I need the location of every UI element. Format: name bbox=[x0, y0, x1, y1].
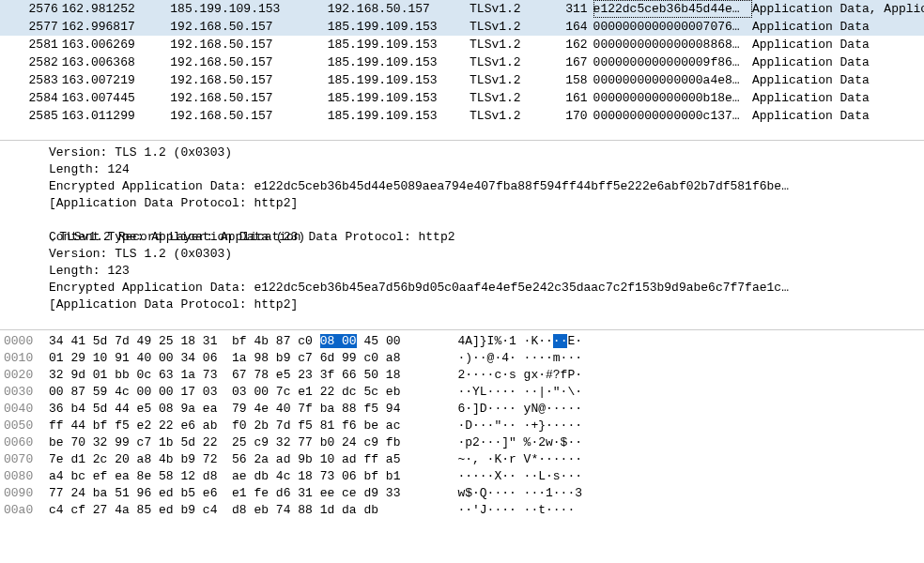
col-info-text: Application Data, Applic bbox=[752, 0, 924, 18]
col-no: 2584 bbox=[0, 89, 62, 107]
col-source: 192.168.50.157 bbox=[170, 36, 327, 53]
col-destination: 185.199.109.153 bbox=[328, 107, 470, 125]
hex-bytes: ff 44 bf f5 e2 22 e6 ab f0 2b 7d f5 81 f… bbox=[49, 418, 436, 434]
col-no: 2581 bbox=[0, 36, 62, 53]
hex-bytes: 34 41 5d 7d 49 25 18 31 bf 4b 87 c0 08 0… bbox=[49, 333, 436, 350]
hex-row[interactable]: 0080a4 bc ef ea 8e 58 12 d8 ae db 4c 18 … bbox=[0, 468, 924, 485]
col-info-text: Application Data bbox=[752, 18, 924, 36]
hex-offset: 0030 bbox=[0, 384, 49, 401]
hex-dump-pane[interactable]: 000034 41 5d 7d 49 25 18 31 bf 4b 87 c0 … bbox=[0, 330, 924, 563]
col-info-hash: 000000000000000b18e… bbox=[593, 89, 752, 107]
hex-ascii: w$·Q···· ···1···3 bbox=[436, 485, 624, 502]
hex-offset: 0060 bbox=[0, 434, 49, 451]
packet-row[interactable]: 2584163.007445192.168.50.157185.199.109.… bbox=[0, 89, 924, 107]
hex-offset: 0090 bbox=[0, 485, 49, 502]
details-expander[interactable]: ⌄TLSv1.2 Record Layer: Application Data … bbox=[0, 212, 924, 229]
col-destination: 185.199.109.153 bbox=[328, 71, 470, 89]
col-length: 158 bbox=[547, 71, 593, 89]
col-protocol: TLSv1.2 bbox=[470, 89, 547, 107]
details-line[interactable]: Encrypted Application Data: e122dc5ceb36… bbox=[0, 178, 924, 195]
col-time: 162.981252 bbox=[62, 0, 171, 18]
hex-bytes: 36 b4 5d 44 e5 08 9a ea 79 4e 40 7f ba 8… bbox=[49, 401, 436, 418]
packet-list-scroll[interactable]: 2576162.981252185.199.109.153192.168.50.… bbox=[0, 0, 924, 141]
col-info-hash: 0000000000000009f86… bbox=[593, 53, 752, 71]
details-line[interactable]: Length: 124 bbox=[0, 161, 924, 178]
col-info-text: Application Data bbox=[752, 53, 924, 71]
col-no: 2576 bbox=[0, 0, 62, 18]
hex-offset: 0020 bbox=[0, 367, 49, 384]
col-time: 162.996817 bbox=[62, 18, 171, 36]
details-line[interactable]: Version: TLS 1.2 (0x0303) bbox=[0, 145, 924, 161]
hex-offset: 0000 bbox=[0, 333, 49, 350]
col-protocol: TLSv1.2 bbox=[470, 36, 547, 53]
details-line[interactable]: Length: 123 bbox=[0, 263, 924, 280]
col-source: 192.168.50.157 bbox=[170, 89, 327, 107]
hex-offset: 0010 bbox=[0, 350, 49, 367]
hex-bytes: c4 cf 27 4a 85 ed b9 c4 d8 eb 74 88 1d d… bbox=[49, 502, 436, 519]
hex-row[interactable]: 0050ff 44 bf f5 e2 22 e6 ab f0 2b 7d f5 … bbox=[0, 418, 924, 434]
hex-ascii: ··'J···· ··t···· bbox=[436, 502, 624, 519]
col-info-hash: 000000000000000c137… bbox=[593, 107, 752, 125]
hex-selection: 08 00 bbox=[320, 334, 357, 348]
col-protocol: TLSv1.2 bbox=[470, 0, 547, 18]
col-time: 163.011299 bbox=[62, 107, 171, 125]
col-source: 192.168.50.157 bbox=[170, 71, 327, 89]
col-length: 170 bbox=[547, 107, 593, 125]
col-no: 2583 bbox=[0, 71, 62, 89]
hex-offset: 0040 bbox=[0, 401, 49, 418]
hex-bytes: 01 29 10 91 40 00 34 06 1a 98 b9 c7 6d 9… bbox=[49, 350, 436, 367]
col-info-hash: 000000000000000a4e8… bbox=[593, 71, 752, 89]
col-info-text: Application Data bbox=[752, 107, 924, 125]
hex-ascii: ·D···"·· ·+}····· bbox=[436, 418, 624, 434]
col-info-text: Application Data bbox=[752, 36, 924, 53]
hex-bytes: 77 24 ba 51 96 ed b5 e6 e1 fe d6 31 ee c… bbox=[49, 485, 436, 502]
hex-row[interactable]: 004036 b4 5d 44 e5 08 9a ea 79 4e 40 7f … bbox=[0, 401, 924, 418]
details-line[interactable]: [Application Data Protocol: http2] bbox=[0, 195, 924, 212]
packet-row[interactable]: 2583163.007219192.168.50.157185.199.109.… bbox=[0, 71, 924, 89]
hex-row[interactable]: 000034 41 5d 7d 49 25 18 31 bf 4b 87 c0 … bbox=[0, 333, 924, 350]
details-line[interactable]: Version: TLS 1.2 (0x0303) bbox=[0, 246, 924, 263]
hex-bytes: 7e d1 2c 20 a8 4b b9 72 56 2a ad 9b 10 a… bbox=[49, 451, 436, 468]
hex-row[interactable]: 00a0c4 cf 27 4a 85 ed b9 c4 d8 eb 74 88 … bbox=[0, 502, 924, 519]
packet-row[interactable]: 2582163.006368192.168.50.157185.199.109.… bbox=[0, 53, 924, 71]
col-source: 192.168.50.157 bbox=[170, 107, 327, 125]
col-source: 192.168.50.157 bbox=[170, 18, 327, 36]
hex-row[interactable]: 001001 29 10 91 40 00 34 06 1a 98 b9 c7 … bbox=[0, 350, 924, 367]
col-info-hash: 0000000000000007076… bbox=[593, 18, 752, 36]
hex-ascii: ·····X·· ··L·s··· bbox=[436, 468, 624, 485]
packet-details-pane[interactable]: Version: TLS 1.2 (0x0303) Length: 124 En… bbox=[0, 141, 924, 330]
col-protocol: TLSv1.2 bbox=[470, 71, 547, 89]
col-info-text: Application Data bbox=[752, 71, 924, 89]
details-line[interactable]: Encrypted Application Data: e122dc5ceb36… bbox=[0, 280, 924, 297]
packet-row[interactable]: 2585163.011299192.168.50.157185.199.109.… bbox=[0, 107, 924, 125]
hex-row[interactable]: 009077 24 ba 51 96 ed b5 e6 e1 fe d6 31 … bbox=[0, 485, 924, 502]
hex-offset: 0080 bbox=[0, 468, 49, 485]
col-length: 161 bbox=[547, 89, 593, 107]
col-info-hash: e122dc5ceb36b45d44e… bbox=[593, 0, 752, 18]
details-line[interactable]: Content Type: Application Data (23) bbox=[0, 229, 924, 246]
hex-bytes: 32 9d 01 bb 0c 63 1a 73 67 78 e5 23 3f 6… bbox=[49, 367, 436, 384]
hex-row[interactable]: 00707e d1 2c 20 a8 4b b9 72 56 2a ad 9b … bbox=[0, 451, 924, 468]
hex-ascii: ·)··@·4· ····m··· bbox=[436, 350, 624, 367]
packet-list-pane: 2576162.981252185.199.109.153192.168.50.… bbox=[0, 0, 924, 141]
col-protocol: TLSv1.2 bbox=[470, 107, 547, 125]
col-length: 167 bbox=[547, 53, 593, 71]
hex-ascii: 6·]D···· yN@····· bbox=[436, 401, 624, 418]
hex-offset: 0050 bbox=[0, 418, 49, 434]
col-destination: 185.199.109.153 bbox=[328, 18, 470, 36]
col-time: 163.006269 bbox=[62, 36, 171, 53]
col-no: 2585 bbox=[0, 107, 62, 125]
hex-offset: 0070 bbox=[0, 451, 49, 468]
packet-row[interactable]: 2577162.996817192.168.50.157185.199.109.… bbox=[0, 18, 924, 36]
packet-row[interactable]: 2581163.006269192.168.50.157185.199.109.… bbox=[0, 36, 924, 53]
col-protocol: TLSv1.2 bbox=[470, 18, 547, 36]
col-time: 163.006368 bbox=[62, 53, 171, 71]
col-protocol: TLSv1.2 bbox=[470, 53, 547, 71]
hex-row[interactable]: 0060be 70 32 99 c7 1b 5d 22 25 c9 32 77 … bbox=[0, 434, 924, 451]
details-line[interactable]: [Application Data Protocol: http2] bbox=[0, 297, 924, 313]
hex-row[interactable]: 002032 9d 01 bb 0c 63 1a 73 67 78 e5 23 … bbox=[0, 367, 924, 384]
hex-row[interactable]: 003000 87 59 4c 00 00 17 03 03 00 7c e1 … bbox=[0, 384, 924, 401]
hex-ascii: ·p2···]" %·2w·$·· bbox=[436, 434, 624, 451]
col-time: 163.007445 bbox=[62, 89, 171, 107]
packet-row[interactable]: 2576162.981252185.199.109.153192.168.50.… bbox=[0, 0, 924, 18]
